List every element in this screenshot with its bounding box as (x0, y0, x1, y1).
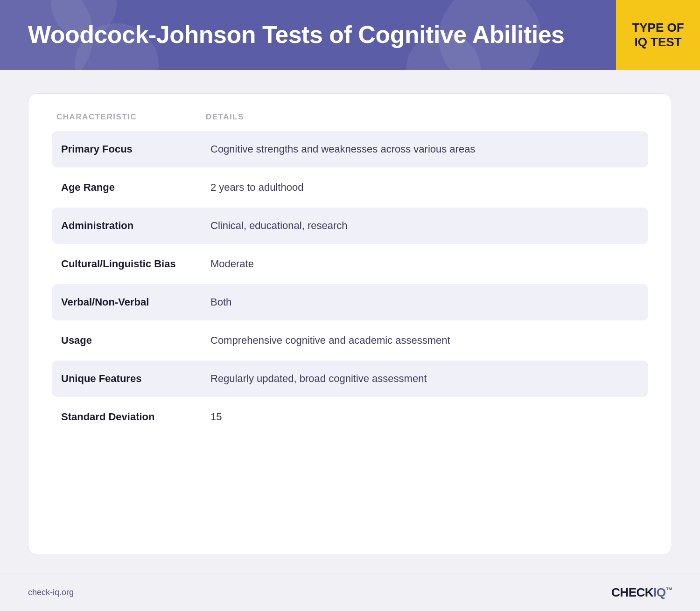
row-value-4: Both (210, 296, 639, 308)
table-row: Verbal/Non-VerbalBoth (52, 284, 648, 320)
table-row: Primary FocusCognitive strengths and wea… (52, 131, 648, 167)
table-row: Standard Deviation15 (52, 399, 648, 435)
page-header: Woodcock-Johnson Tests of Cognitive Abil… (0, 0, 700, 70)
row-value-1: 2 years to adulthood (210, 181, 639, 194)
main-content: CHARACTERISTIC DETAILS Primary FocusCogn… (0, 70, 700, 574)
row-value-6: Regularly updated, broad cognitive asses… (210, 373, 639, 385)
row-label-6: Unique Features (61, 373, 210, 385)
info-card: CHARACTERISTIC DETAILS Primary FocusCogn… (28, 93, 672, 555)
table-row: Cultural/Linguistic BiasModerate (52, 246, 648, 282)
row-value-0: Cognitive strengths and weaknesses acros… (210, 143, 639, 155)
row-label-1: Age Range (61, 181, 210, 194)
page-footer: check-iq.org CHECKIQ™ (0, 574, 700, 611)
brand-iq: IQ (653, 585, 665, 599)
table-row: UsageComprehensive cognitive and academi… (52, 322, 648, 359)
table-header: CHARACTERISTIC DETAILS (52, 112, 648, 131)
table-row: Unique FeaturesRegularly updated, broad … (52, 361, 648, 397)
brand-tm: ™ (666, 586, 672, 593)
row-value-2: Clinical, educational, research (210, 220, 639, 232)
row-value-7: 15 (210, 411, 639, 423)
col-header-details: DETAILS (206, 112, 644, 122)
brand-check: CHECK (611, 585, 653, 599)
table-row: Age Range2 years to adulthood (52, 169, 648, 206)
footer-url: check-iq.org (28, 588, 74, 597)
table-row: AdministrationClinical, educational, res… (52, 208, 648, 244)
row-value-3: Moderate (210, 258, 639, 270)
row-label-5: Usage (61, 334, 210, 347)
table-body: Primary FocusCognitive strengths and wea… (52, 131, 648, 435)
row-label-7: Standard Deviation (61, 411, 210, 423)
row-value-5: Comprehensive cognitive and academic ass… (210, 334, 639, 347)
page-title: Woodcock-Johnson Tests of Cognitive Abil… (28, 21, 672, 49)
badge-text: TYPE OF IQ TEST (632, 21, 684, 49)
row-label-2: Administration (61, 220, 210, 232)
row-label-0: Primary Focus (61, 143, 210, 155)
row-label-3: Cultural/Linguistic Bias (61, 258, 210, 270)
col-header-characteristic: CHARACTERISTIC (56, 112, 206, 122)
type-badge: TYPE OF IQ TEST (616, 0, 700, 70)
footer-brand: CHECKIQ™ (611, 585, 672, 600)
row-label-4: Verbal/Non-Verbal (61, 296, 210, 308)
